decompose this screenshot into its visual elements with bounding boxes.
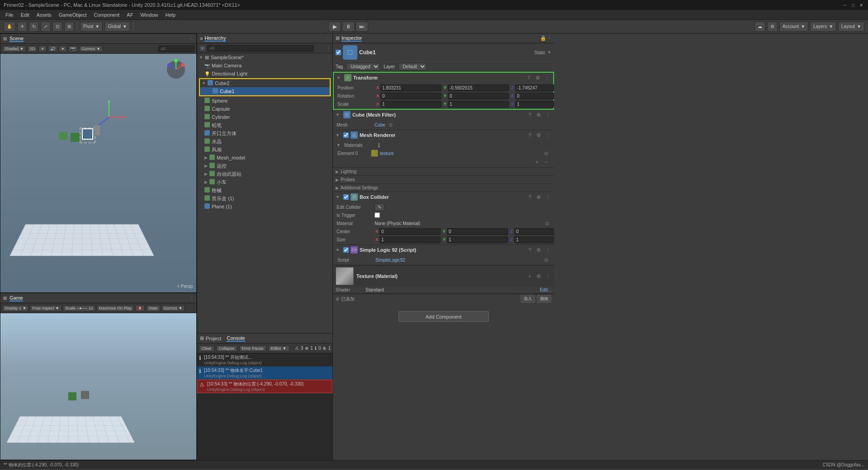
mesh-filter-info-btn[interactable]: ? xyxy=(526,111,533,118)
gizmos-game-btn[interactable]: Gizmos ▼ xyxy=(161,305,185,311)
account-dropdown[interactable]: Account ▼ xyxy=(779,22,808,32)
hierarchy-scene-root[interactable]: ▼ ⊞ SampleScene* ⋮ xyxy=(197,53,332,61)
scale-x-input[interactable] xyxy=(380,101,441,108)
hierarchy-item-fan[interactable]: 风扇 xyxy=(197,146,332,154)
console-editor-btn[interactable]: Editor ▼ xyxy=(268,345,289,352)
minimize-button[interactable]: ─ xyxy=(842,2,848,8)
script-field-value[interactable]: SimpleLogic92 xyxy=(375,258,405,263)
object-active-checkbox[interactable] xyxy=(336,50,341,55)
texture-settings-btn[interactable]: ⚙ xyxy=(535,273,542,280)
project-tab[interactable]: Project xyxy=(206,336,221,341)
menu-edit[interactable]: Edit xyxy=(17,11,33,19)
menu-file[interactable]: File xyxy=(2,11,17,19)
shaded-dropdown[interactable]: Shaded ▼ xyxy=(2,46,26,52)
hand-tool[interactable]: ✋ xyxy=(4,22,15,32)
position-x-input[interactable] xyxy=(380,85,441,91)
mesh-renderer-header[interactable]: ▼ ⊡ Mesh Renderer ? ⚙ ⋮ xyxy=(333,130,554,140)
rect-tool[interactable]: ⊡ xyxy=(52,22,62,32)
materials-add-btn[interactable]: + xyxy=(533,158,541,165)
lighting-foldout[interactable]: ▶ Lighting xyxy=(333,168,554,176)
box-collider-settings-btn[interactable]: ⚙ xyxy=(535,193,542,201)
menu-help[interactable]: Help xyxy=(162,11,180,19)
2d-toggle[interactable]: 2D xyxy=(27,46,37,52)
close-button[interactable]: ✕ xyxy=(858,2,864,8)
script-info-btn[interactable]: ? xyxy=(526,246,533,254)
hierarchy-item-cylinder[interactable]: Cylinder xyxy=(197,113,332,121)
play-button[interactable]: ▶ xyxy=(328,22,341,32)
hierarchy-item-directional-light[interactable]: 💡 Directional Light xyxy=(197,70,332,78)
scale-control[interactable]: Scale ─●── 1x xyxy=(63,305,95,311)
hierarchy-item-remote[interactable]: ▶ 远控 xyxy=(197,162,332,170)
console-menu-icon[interactable]: ⋮ xyxy=(326,336,330,341)
hierarchy-item-gun[interactable]: 枪械 xyxy=(197,186,332,194)
hierarchy-item-open-cube[interactable]: 开口立方体 xyxy=(197,129,332,137)
mute-btn[interactable]: 🔇 xyxy=(135,305,145,311)
box-collider-header[interactable]: ▼ ⊡ Box Collider ? ⚙ ⋮ xyxy=(333,192,554,202)
console-error-pause-btn[interactable]: Error Pause xyxy=(239,345,266,352)
scene-search-input[interactable] xyxy=(158,46,194,52)
aspect-dropdown[interactable]: Free Aspect ▼ xyxy=(30,305,61,311)
note-btn2[interactable]: 拥抱 xyxy=(537,295,551,303)
hierarchy-item-music-box[interactable]: 音乐盒 (1) xyxy=(197,194,332,202)
layout-dropdown[interactable]: Layout ▼ xyxy=(838,22,864,32)
script-header[interactable]: ▼ C# Simple Logic 92 (Script) ? ⚙ ⋮ xyxy=(333,245,554,255)
transform-info-btn[interactable]: ? xyxy=(525,74,532,81)
scene-tab[interactable]: Scene xyxy=(9,36,24,42)
script-select-btn[interactable]: ⊙ xyxy=(542,256,550,263)
box-collider-active[interactable] xyxy=(343,194,349,200)
transform-header[interactable]: ▼ ⤢ Transform ? ⚙ ⋮ xyxy=(334,73,553,83)
console-tab[interactable]: Console xyxy=(227,335,245,342)
hierarchy-item-cube2[interactable]: ▼ Cube2 xyxy=(200,79,330,87)
mesh-filter-settings-btn[interactable]: ⚙ xyxy=(535,111,542,118)
materials-remove-btn[interactable]: − xyxy=(542,158,550,165)
mesh-renderer-settings-btn[interactable]: ⚙ xyxy=(535,132,542,139)
collider-material-select[interactable]: ⊙ xyxy=(543,220,550,227)
edit-collider-btn[interactable]: ✎ xyxy=(375,203,384,211)
menu-window[interactable]: Window xyxy=(137,11,161,19)
console-collapse-btn[interactable]: Collapse xyxy=(216,345,237,352)
size-x-input[interactable] xyxy=(379,236,441,243)
hierarchy-search-input[interactable] xyxy=(207,45,313,52)
box-collider-info-btn[interactable]: ? xyxy=(526,193,533,201)
mesh-select-btn[interactable]: ⊙ xyxy=(387,121,394,128)
center-x-input[interactable] xyxy=(379,228,441,235)
additional-settings-foldout[interactable]: ▶ Additional Settings xyxy=(333,184,554,192)
scene-menu-dots[interactable]: ⋮ xyxy=(327,55,331,60)
shader-edit-btn[interactable]: Edit... xyxy=(540,287,551,292)
pivot-dropdown[interactable]: Pivot ▼ xyxy=(80,22,103,32)
center-z-input[interactable] xyxy=(514,228,554,235)
script-settings-btn[interactable]: ⚙ xyxy=(535,246,542,254)
hierarchy-item-sphere[interactable]: Sphere xyxy=(197,97,332,105)
layer-dropdown[interactable]: Default xyxy=(398,63,427,70)
scale-z-input[interactable] xyxy=(515,101,554,108)
menu-assets[interactable]: Assets xyxy=(33,11,55,19)
maximize-btn[interactable]: Maximize On Play xyxy=(97,305,134,311)
hierarchy-item-weapon-station[interactable]: ▶ 自动武器站 xyxy=(197,170,332,178)
inspector-lock-icon[interactable]: 🔒 xyxy=(540,35,546,41)
position-y-input[interactable] xyxy=(448,85,509,91)
console-log-2[interactable]: ⚠ [10:54:33] ** 物体的位置:(-4.290, -0.070, -… xyxy=(197,380,332,393)
hierarchy-item-car[interactable]: ▶ 小车 xyxy=(197,178,332,186)
combined-tool[interactable]: ⊞ xyxy=(64,22,74,32)
lighting-toggle[interactable]: ☀ xyxy=(38,46,47,52)
size-y-input[interactable] xyxy=(447,236,508,243)
mesh-renderer-info-btn[interactable]: ? xyxy=(526,132,533,139)
move-tool[interactable]: ✛ xyxy=(17,22,27,32)
scene-cam-btn[interactable]: 📷 xyxy=(68,46,78,52)
note-btn1[interactable]: 添入 xyxy=(521,295,535,303)
inspector-tab[interactable]: Inspector xyxy=(342,35,362,42)
transform-more-btn[interactable]: ⋮ xyxy=(543,74,550,81)
stats-btn[interactable]: Stats xyxy=(146,305,160,311)
cloud-btn[interactable]: ☁ xyxy=(754,22,765,32)
settings-btn[interactable]: ⚙ xyxy=(767,22,778,32)
hierarchy-item-mesh-model[interactable]: ▶ Mesh_model xyxy=(197,154,332,162)
rotation-x-input[interactable] xyxy=(380,93,441,99)
hierarchy-add-btn[interactable]: + xyxy=(199,45,206,52)
rotation-z-input[interactable] xyxy=(515,93,554,99)
step-button[interactable]: ⏭ xyxy=(356,22,368,32)
hierarchy-item-capsule[interactable]: Capsule xyxy=(197,105,332,113)
texture-add-btn[interactable]: + xyxy=(526,273,533,280)
hierarchy-item-main-camera[interactable]: 📷 Main Camera xyxy=(197,61,332,70)
rotation-y-input[interactable] xyxy=(448,93,509,99)
inspector-menu-icon[interactable]: ⋮ xyxy=(547,35,551,41)
